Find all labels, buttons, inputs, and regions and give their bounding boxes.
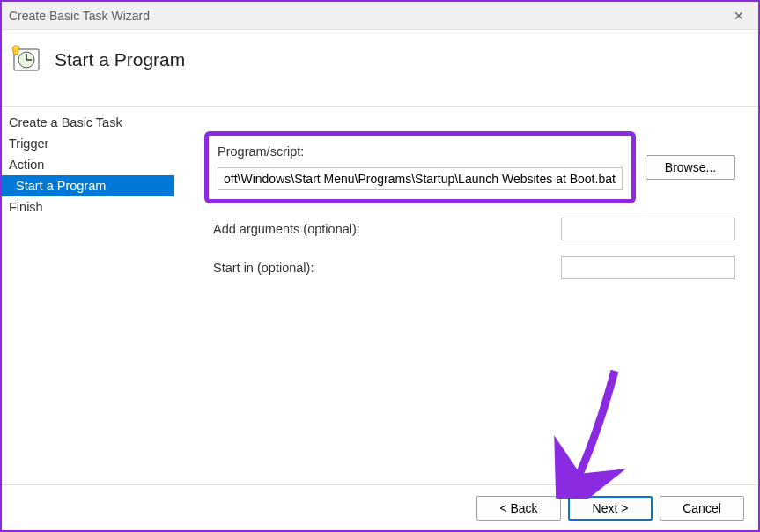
wizard-header: Start a Program xyxy=(2,30,758,107)
form-panel: Program/script: Browse... Add arguments … xyxy=(174,107,758,480)
next-button[interactable]: Next > xyxy=(568,496,653,521)
wizard-footer: < Back Next > Cancel xyxy=(2,484,758,530)
program-script-label: Program/script: xyxy=(218,144,623,159)
sidebar-item-finish[interactable]: Finish xyxy=(2,196,174,218)
add-arguments-input[interactable] xyxy=(561,218,735,240)
browse-button[interactable]: Browse... xyxy=(646,155,735,180)
program-script-highlight: Program/script: xyxy=(204,131,636,203)
sidebar-item-create-basic-task[interactable]: Create a Basic Task xyxy=(2,112,174,133)
sidebar-item-start-a-program[interactable]: Start a Program xyxy=(2,175,174,196)
close-button[interactable]: ✕ xyxy=(719,2,758,30)
window-title: Create Basic Task Wizard xyxy=(9,9,150,23)
back-button[interactable]: < Back xyxy=(476,496,561,521)
cancel-button[interactable]: Cancel xyxy=(660,496,744,521)
add-arguments-label: Add arguments (optional): xyxy=(213,222,398,236)
page-title: Start a Program xyxy=(55,49,185,70)
sidebar-item-action[interactable]: Action xyxy=(2,154,174,175)
close-icon: ✕ xyxy=(734,9,744,23)
wizard-steps-sidebar: Create a Basic Task Trigger Action Start… xyxy=(2,107,174,480)
content-area: Create a Basic Task Trigger Action Start… xyxy=(2,107,758,480)
scheduler-icon xyxy=(11,44,42,76)
start-in-input[interactable] xyxy=(561,256,735,279)
sidebar-item-trigger[interactable]: Trigger xyxy=(2,133,174,154)
start-in-label: Start in (optional): xyxy=(213,261,398,275)
titlebar: Create Basic Task Wizard ✕ xyxy=(2,2,758,30)
program-script-input[interactable] xyxy=(218,167,623,190)
